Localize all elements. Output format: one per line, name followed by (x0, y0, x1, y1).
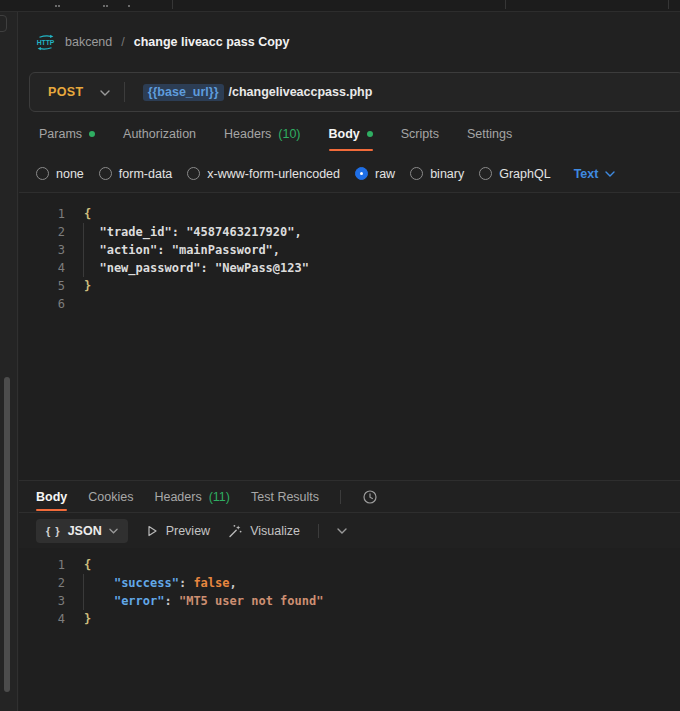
visualize-button[interactable]: Visualize (228, 524, 300, 538)
tabbar-dot (55, 5, 57, 7)
environment-variable-chip[interactable]: {{base_url}} (143, 84, 224, 101)
body-mode-row: noneform-datax-www-form-urlencodedrawbin… (19, 155, 680, 192)
request-tab-headers[interactable]: Headers(10) (224, 112, 300, 155)
code-line: 3 "action": "mainPassword", (19, 241, 680, 259)
line-number: 1 (19, 556, 65, 574)
request-tab-params[interactable]: Params (39, 112, 95, 155)
request-tab-scripts[interactable]: Scripts (401, 112, 439, 155)
line-number: 1 (19, 205, 65, 223)
tab-label: Headers (224, 127, 271, 141)
body-mode-label: form-data (119, 167, 173, 181)
code-content: "trade_id": "4587463217920", (83, 223, 302, 241)
method-selector[interactable]: POST (30, 85, 84, 99)
more-formats-chevron-down-icon[interactable] (337, 528, 347, 534)
code-token: false (193, 576, 229, 590)
response-tab-cookies[interactable]: Cookies (88, 481, 133, 512)
http-request-icon: HTTP (35, 34, 56, 51)
tab-label: Authorization (123, 127, 196, 141)
response-format-selector[interactable]: { } JSON (36, 519, 128, 543)
body-mode-x-www-form-urlencoded[interactable]: x-www-form-urlencoded (187, 167, 340, 181)
line-number: 2 (19, 223, 65, 241)
response-tabs: BodyCookiesHeaders(11)Test Results (19, 480, 680, 513)
body-mode-label: x-www-form-urlencoded (207, 167, 340, 181)
line-number: 3 (19, 241, 65, 259)
method-chevron-down-icon[interactable] (100, 90, 110, 96)
format-row-divider (318, 524, 319, 538)
code-token: , (230, 576, 237, 590)
code-line: 4} (19, 610, 680, 628)
request-tab-authorization[interactable]: Authorization (123, 112, 196, 155)
body-mode-label: none (56, 167, 84, 181)
body-mode-none[interactable]: none (36, 167, 84, 181)
radio-icon (187, 167, 200, 180)
body-mode-form-data[interactable]: form-data (99, 167, 173, 181)
vertical-scrollbar-thumb[interactable] (4, 377, 10, 692)
code-token: "trade_id": "4587463217920", (85, 225, 302, 239)
code-token: : (179, 576, 193, 590)
tabbar-dot (103, 5, 105, 7)
code-line: 1{ (19, 205, 680, 223)
radio-icon (410, 167, 423, 180)
tab-label: Settings (467, 127, 512, 141)
breadcrumb-separator: / (121, 35, 124, 49)
url-input[interactable]: {{base_url}} /changeliveaccpass.php (143, 84, 373, 101)
sidebar-button-remnant (0, 15, 7, 32)
curly-braces-icon: { } (46, 525, 61, 537)
body-mode-label: binary (430, 167, 464, 181)
tabbar-divider (505, 0, 506, 9)
body-mode-raw[interactable]: raw (355, 167, 395, 181)
magic-wand-icon (228, 524, 242, 538)
line-number: 2 (19, 574, 65, 592)
code-line: 3 "error": "MT5 user not found" (19, 592, 680, 610)
tab-label: Params (39, 127, 82, 141)
response-tab-headers[interactable]: Headers(11) (154, 481, 230, 512)
tabbar-divider (668, 0, 669, 9)
tab-label: Test Results (251, 490, 319, 504)
line-number: 4 (19, 259, 65, 277)
code-line: 6 (19, 295, 680, 313)
tabbar-divider (172, 0, 173, 9)
response-format-label: JSON (68, 524, 102, 538)
code-token: "MT5 user not found" (179, 594, 324, 608)
tab-count-badge: (10) (278, 127, 300, 141)
request-url-bar: POST {{base_url}} /changeliveaccpass.php (29, 72, 680, 112)
code-content: "error": "MT5 user not found" (83, 592, 323, 610)
body-mode-binary[interactable]: binary (410, 167, 464, 181)
preview-label: Preview (166, 524, 210, 538)
request-body-editor[interactable]: 1{2 "trade_id": "4587463217920",3 "actio… (19, 193, 680, 480)
radio-icon (99, 167, 112, 180)
code-content: } (84, 277, 91, 295)
breadcrumb-request-title[interactable]: change liveacc pass Copy (134, 35, 290, 49)
green-status-dot (89, 131, 95, 137)
radio-icon (36, 167, 49, 180)
code-token: } (84, 612, 91, 626)
raw-language-selector[interactable]: Text (574, 167, 616, 181)
tab-label: Body (329, 127, 360, 141)
response-tab-test-results[interactable]: Test Results (251, 481, 319, 512)
body-mode-graphql[interactable]: GraphQL (479, 167, 550, 181)
code-token: } (84, 279, 91, 293)
response-tab-body[interactable]: Body (36, 481, 67, 512)
code-content: { (84, 556, 91, 574)
response-body-viewer[interactable]: 1{2 "success": false,3 "error": "MT5 use… (19, 548, 680, 711)
raw-language-label: Text (574, 167, 599, 181)
tabbar-dot (106, 5, 108, 7)
line-number: 3 (19, 592, 65, 610)
code-token (85, 576, 114, 590)
breadcrumb-collection[interactable]: bakcend (65, 35, 112, 49)
code-line: 2 "success": false, (19, 574, 680, 592)
history-clock-icon[interactable] (362, 489, 378, 505)
code-token: : (164, 594, 178, 608)
collapsed-sidebar-strip (0, 12, 18, 711)
play-icon (146, 525, 158, 537)
workspace-tabbar-remnant (0, 0, 680, 12)
request-tab-settings[interactable]: Settings (467, 112, 512, 155)
code-token: "success" (114, 576, 179, 590)
line-number: 6 (19, 295, 65, 313)
preview-button[interactable]: Preview (146, 524, 210, 538)
visualize-label: Visualize (250, 524, 300, 538)
url-path[interactable]: /changeliveaccpass.php (229, 85, 373, 99)
request-tab-body[interactable]: Body (329, 112, 373, 155)
request-tabs: ParamsAuthorizationHeaders(10)BodyScript… (19, 112, 680, 155)
body-mode-label: raw (375, 167, 395, 181)
